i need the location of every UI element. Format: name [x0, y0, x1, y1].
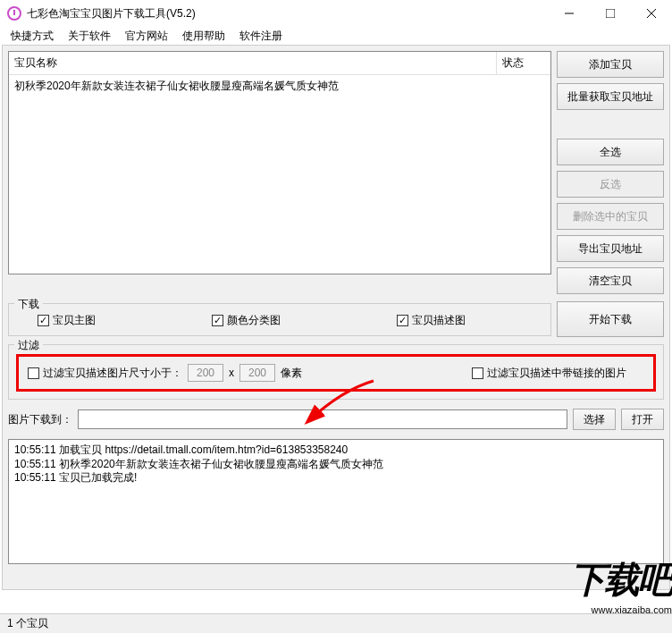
- select-all-button[interactable]: 全选: [557, 139, 664, 165]
- menu-quick[interactable]: 快捷方式: [4, 29, 61, 44]
- invert-select-button[interactable]: 反选: [557, 171, 664, 198]
- export-url-button[interactable]: 导出宝贝地址: [557, 235, 664, 262]
- start-download-button[interactable]: 开始下载: [557, 301, 664, 337]
- checkbox-icon: [28, 367, 39, 379]
- add-item-button[interactable]: 添加宝贝: [557, 51, 664, 78]
- menu-help[interactable]: 使用帮助: [175, 29, 232, 44]
- clear-items-button[interactable]: 清空宝贝: [557, 267, 664, 294]
- download-group-title: 下载: [14, 297, 43, 312]
- col-status-header[interactable]: 状态: [497, 52, 550, 74]
- check-icon: [38, 315, 49, 326]
- watermark: 下载吧 www.xiazaiba.com: [570, 555, 672, 615]
- filter-width-input[interactable]: [188, 364, 223, 382]
- batch-url-button[interactable]: 批量获取宝贝地址: [557, 83, 664, 110]
- download-path-label: 图片下载到：: [8, 412, 72, 427]
- log-output[interactable]: 10:55:11 加载宝贝 https://detail.tmall.com/i…: [8, 439, 664, 564]
- minimize-button[interactable]: [549, 0, 590, 27]
- filter-height-input[interactable]: [239, 364, 275, 382]
- open-path-button[interactable]: 打开: [621, 409, 664, 430]
- delete-selected-button[interactable]: 删除选中的宝贝: [557, 203, 664, 230]
- check-icon: [212, 315, 223, 326]
- status-count: 1 个宝贝: [7, 616, 48, 631]
- app-icon: [7, 6, 21, 21]
- close-button[interactable]: [631, 0, 672, 27]
- color-img-checkbox[interactable]: 颜色分类图: [212, 313, 281, 328]
- menu-about[interactable]: 关于软件: [61, 29, 118, 44]
- filter-link-img-checkbox[interactable]: 过滤宝贝描述中带链接的图片: [472, 366, 626, 381]
- menu-site[interactable]: 官方网站: [118, 29, 175, 44]
- menu-register[interactable]: 软件注册: [232, 29, 290, 44]
- desc-img-checkbox[interactable]: 宝贝描述图: [397, 313, 466, 328]
- col-name-header[interactable]: 宝贝名称: [9, 52, 497, 74]
- filter-highlight: 过滤宝贝描述图片尺寸小于： x 像素 过滤宝贝描述中带链接的图片: [16, 354, 656, 392]
- filter-size-checkbox[interactable]: 过滤宝贝描述图片尺寸小于：: [28, 366, 182, 381]
- filter-group-title: 过滤: [14, 338, 43, 353]
- svg-rect-1: [606, 9, 615, 18]
- download-path-input[interactable]: [78, 409, 567, 429]
- choose-path-button[interactable]: 选择: [573, 409, 616, 430]
- check-icon: [397, 315, 408, 326]
- main-img-checkbox[interactable]: 宝贝主图: [38, 313, 96, 328]
- list-row[interactable]: 初秋季2020年新款女装连衣裙子仙女裙收腰显瘦高端名媛气质女神范: [14, 79, 545, 94]
- maximize-button[interactable]: [590, 0, 631, 27]
- window-title: 七彩色淘宝宝贝图片下载工具(V5.2): [27, 6, 549, 21]
- item-list[interactable]: 宝贝名称 状态 初秋季2020年新款女装连衣裙子仙女裙收腰显瘦高端名媛气质女神范: [8, 51, 551, 274]
- checkbox-icon: [472, 367, 483, 379]
